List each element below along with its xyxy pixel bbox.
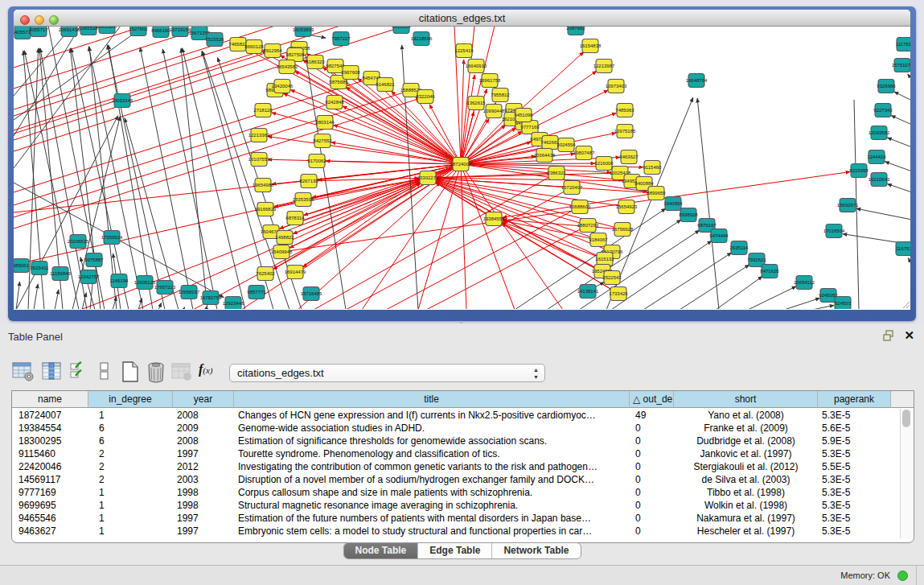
graph-node[interactable]: 9227343 [873, 104, 893, 117]
graph-node[interactable]: 9115460 [643, 161, 663, 175]
graph-node[interactable]: 12213987 [593, 60, 615, 73]
graph-node[interactable]: 15751074 [892, 59, 910, 72]
graph-node[interactable]: 12923448 [223, 297, 244, 310]
graph-node[interactable]: 7955812 [491, 89, 510, 102]
graph-node[interactable]: 7957227 [331, 32, 351, 46]
network-canvas[interactable]: 1405571290557172069143610655281065528715… [14, 27, 910, 309]
graph-node[interactable]: 2087682 [566, 27, 585, 35]
scrollbar-thumb[interactable] [902, 410, 910, 427]
graph-node[interactable]: 20206535 [68, 235, 89, 249]
graph-node[interactable]: 16914479 [285, 266, 306, 279]
graph-node[interactable]: 15716485 [301, 287, 322, 301]
trash-icon[interactable] [146, 361, 166, 383]
graph-node[interactable]: 23302271 [417, 171, 439, 185]
graph-node[interactable]: 16210643 [869, 173, 890, 187]
graph-node[interactable]: 18807293 [577, 219, 599, 233]
graph-node[interactable]: 2935114 [730, 241, 749, 255]
vertical-scrollbar[interactable] [900, 409, 912, 538]
tab-edge-table[interactable]: Edge Table [418, 543, 492, 558]
graph-node[interactable]: 9329966 [877, 80, 896, 93]
graph-node[interactable]: 16543582 [277, 60, 298, 74]
graph-node[interactable]: 8466160 [151, 27, 170, 38]
graph-node[interactable]: 9055717 [29, 27, 48, 37]
graph-node[interactable]: 16756928 [612, 223, 634, 237]
graph-node[interactable]: 8427552 [313, 134, 332, 148]
column-check-icon[interactable] [69, 361, 87, 382]
graph-node[interactable]: 8899655 [647, 187, 666, 200]
graph-node[interactable]: 8660128 [244, 40, 264, 54]
function-icon[interactable]: f(x) [199, 362, 213, 377]
graph-node[interactable]: 2718120 [253, 104, 273, 117]
graph-node[interactable]: 16782759 [200, 291, 222, 305]
table-row[interactable]: 946362711997Embryonic stem cells: a mode… [12, 525, 914, 538]
column-header-title[interactable]: title [234, 391, 630, 408]
graph-node[interactable]: 12342757 [78, 270, 100, 284]
graph-node[interactable]: 7485063 [615, 104, 634, 117]
column-header-in_degree[interactable]: in_degree [88, 391, 173, 408]
graph-node[interactable]: 16640910 [466, 60, 487, 73]
graph-node[interactable]: 2803144 [315, 116, 335, 130]
show-columns-icon[interactable] [42, 361, 63, 382]
graph-node[interactable]: 16961758 [479, 74, 501, 88]
table-row[interactable]: 946554611997Estimation of the future num… [12, 512, 914, 525]
graph-node[interactable]: 8813054 [392, 27, 411, 34]
graph-node[interactable]: 15654923 [616, 200, 638, 214]
graph-node[interactable]: 3915411 [31, 262, 50, 275]
graph-node[interactable]: 6878314 [285, 212, 305, 225]
graph-node[interactable]: 10654112 [794, 276, 815, 290]
graph-node[interactable]: 12213363 [248, 129, 270, 142]
graph-node[interactable]: 19654988 [253, 179, 274, 192]
graph-node[interactable]: 10655287 [97, 27, 118, 34]
network-window-titlebar[interactable]: citations_edges.txt [14, 10, 910, 27]
graph-node[interactable]: 9170062 [307, 154, 326, 168]
table-row[interactable]: 1456911722003Disruption of a novel membe… [12, 473, 914, 486]
graph-node[interactable]: 1733426 [609, 287, 628, 301]
graph-node[interactable]: 18724007 [450, 158, 472, 171]
graph-node[interactable]: 19384554 [483, 212, 505, 226]
graph-node[interactable]: 1117537 [896, 38, 910, 51]
column-header-name[interactable]: name [12, 391, 88, 408]
column-header-pagerank[interactable]: pagerank [818, 391, 891, 408]
tab-network-table[interactable]: Network Table [492, 543, 580, 558]
graph-node[interactable]: 15720407 [561, 181, 583, 195]
graph-node[interactable]: 2967608 [341, 66, 360, 80]
graph-node[interactable]: 16648784 [686, 74, 708, 88]
graph-node[interactable]: 8938928 [679, 208, 698, 222]
table-row[interactable]: 969969511998Structural magnetic resonanc… [12, 499, 914, 512]
graph-node[interactable]: 23420046 [272, 80, 294, 93]
graph-node[interactable]: 11156849 [50, 267, 71, 281]
graph-node[interactable]: 17957223 [154, 281, 176, 295]
graph-node[interactable]: 8912954 [263, 44, 282, 58]
graph-node[interactable]: 10973403 [606, 80, 627, 93]
graph-node[interactable]: 7625402 [256, 267, 275, 281]
graph-node[interactable]: 19218596 [411, 32, 433, 46]
graph-node[interactable]: 924503 [835, 297, 852, 310]
graph-node[interactable]: 10807487 [573, 146, 595, 160]
graph-node[interactable]: 2386322 [547, 167, 566, 180]
new-document-icon[interactable] [121, 361, 140, 383]
table-settings-icon[interactable] [12, 361, 35, 382]
graph-node[interactable]: 3024554 [556, 138, 576, 152]
graph-node[interactable]: 5075887 [84, 253, 104, 267]
graph-node[interactable]: 12975185 [614, 125, 636, 138]
graph-node[interactable]: 16154838 [580, 39, 602, 53]
delete-table-icon[interactable] [171, 361, 192, 382]
graph-node[interactable]: 15692971 [837, 199, 859, 212]
graph-node[interactable]: 9242848 [325, 96, 344, 109]
graph-node[interactable]: 20053346 [112, 94, 133, 108]
close-panel-icon[interactable]: ✕ [904, 328, 914, 343]
graph-node[interactable]: 14138141 [577, 285, 599, 299]
graph-node[interactable]: 9184067 [589, 233, 608, 247]
graph-node[interactable]: 1527602 [129, 27, 148, 36]
graph-node[interactable]: 1145194 [110, 274, 129, 288]
graph-node[interactable]: 15409948 [271, 245, 293, 259]
graph-node[interactable]: 8322046 [416, 90, 435, 104]
graph-node[interactable]: 985061 [14, 259, 30, 273]
graph-node[interactable]: 20364436 [534, 149, 556, 163]
table-select-combo[interactable]: citations_edges.txt ▲▼ [229, 364, 545, 382]
graph-node[interactable]: 19166829 [255, 203, 277, 216]
graph-node[interactable]: 8471626 [760, 265, 779, 278]
graph-node[interactable]: 17016504 [823, 225, 845, 238]
table-row[interactable]: 1938455462009Genome-wide association stu… [12, 422, 914, 435]
graph-node[interactable]: 8215958 [849, 164, 869, 178]
